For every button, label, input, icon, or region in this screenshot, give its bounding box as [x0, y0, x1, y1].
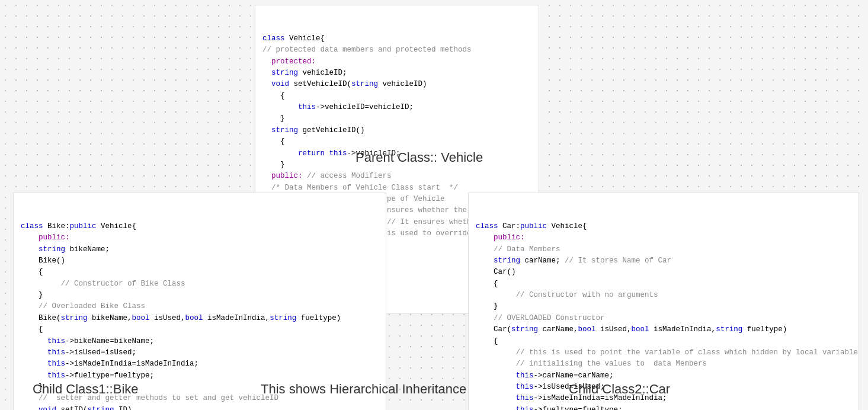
parent-class-label: Parent Class:: Vehicle [355, 150, 483, 165]
inheritance-label: This shows Hierarchical Inheritance [261, 382, 466, 397]
car-class-label: Child Class2::Car [569, 382, 670, 397]
bike-class-label: Child Class1::Bike [33, 382, 139, 397]
bike-class-code: class Bike:public Vehicle{ public: strin… [13, 193, 386, 410]
car-class-code: class Car:public Vehicle{ public: // Dat… [468, 193, 859, 410]
